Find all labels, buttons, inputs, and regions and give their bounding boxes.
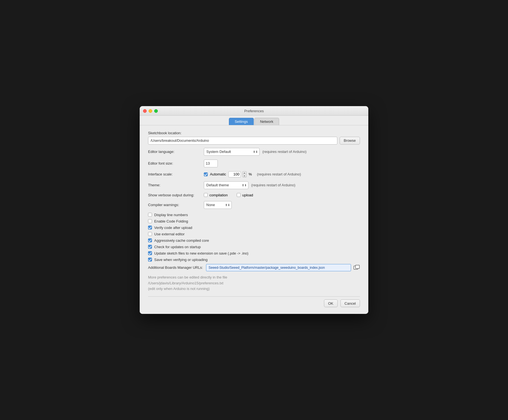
settings-content: Sketchbook location: Browse Editor langu… (140, 125, 368, 314)
maximize-button[interactable] (154, 109, 158, 113)
tab-settings[interactable]: Settings (229, 118, 254, 125)
checkbox-item-check-updates: Check for updates on startup (148, 245, 360, 249)
check-updates-checkbox[interactable] (148, 245, 152, 249)
window-buttons (143, 109, 158, 113)
close-button[interactable] (143, 109, 147, 113)
compiler-warnings-row: Compiler warnings: None ⬆⬇ (148, 201, 360, 209)
auto-scale-checkbox[interactable] (204, 172, 208, 176)
theme-row: Theme: Default theme ⬆⬇ (requires restar… (148, 181, 360, 189)
hints-section: More preferences can be edited directly … (148, 275, 360, 292)
checkbox-item-verify-code: Verify code after upload (148, 226, 360, 230)
interface-scale-label: Interface scale: (148, 172, 204, 176)
editor-language-select-wrapper: System Default ⬆⬇ (204, 148, 260, 156)
tabs-bar: Settings Network (140, 116, 368, 125)
hint-line2: /Users/jdavis/Library/Arduino15/preferen… (148, 280, 360, 286)
hint-line1: More preferences can be edited directly … (148, 275, 360, 280)
theme-hint: (requires restart of Arduino) (251, 183, 295, 187)
external-editor-label: Use external editor (154, 232, 185, 236)
verbose-compilation-wrapper: compilation (204, 193, 228, 197)
scale-stepper[interactable]: ▲ ▼ (243, 171, 246, 177)
sketchbook-input-row: Browse (148, 137, 360, 145)
checkbox-item-aggressively-cache: Aggressively cache compiled core (148, 238, 360, 243)
scale-up-button[interactable]: ▲ (243, 172, 246, 175)
editor-language-hint: (requires restart of Arduino) (262, 150, 306, 154)
compiler-warnings-select-wrapper: None ⬆⬇ (204, 201, 232, 209)
verbose-checkboxes: compilation upload (204, 193, 253, 197)
hint-line3: (edit only when Arduino is not running) (148, 286, 360, 292)
enable-code-folding-label: Enable Code Folding (154, 219, 188, 223)
update-sketch-files-label: Update sketch files to new extension on … (154, 251, 248, 255)
external-editor-checkbox[interactable] (148, 232, 152, 236)
verbose-output-row: Show verbose output during: compilation … (148, 193, 360, 197)
editor-font-size-row: Editor font size: (148, 160, 360, 167)
ok-button[interactable]: OK (324, 299, 338, 307)
editor-language-row: Editor language: System Default ⬆⬇ (requ… (148, 148, 360, 156)
verify-code-checkbox[interactable] (148, 226, 152, 229)
verbose-upload-wrapper: upload (237, 193, 253, 197)
window-title: Preferences (244, 109, 264, 113)
additional-boards-row: Additional Boards Manager URLs: (148, 264, 360, 271)
scale-controls: Automatic ▲ ▼ % (requires restart of Ard… (204, 171, 301, 177)
verify-code-label: Verify code after upload (154, 226, 192, 230)
aggressively-cache-label: Aggressively cache compiled core (154, 238, 209, 243)
theme-select[interactable]: Default theme (204, 181, 248, 189)
enable-code-folding-checkbox[interactable] (148, 219, 152, 223)
aggressively-cache-checkbox[interactable] (148, 238, 152, 242)
check-updates-label: Check for updates on startup (154, 245, 201, 249)
interface-scale-row: Interface scale: Automatic ▲ ▼ % (requir… (148, 171, 360, 177)
sketchbook-section: Sketchbook location: Browse (148, 131, 360, 145)
checkbox-item-save-verifying: Save when verifying or uploading (148, 258, 360, 262)
theme-label: Theme: (148, 183, 204, 187)
multi-window-icon[interactable] (353, 264, 360, 271)
auto-scale-label: Automatic (210, 172, 226, 176)
svg-rect-1 (355, 265, 359, 268)
checkbox-item-external-editor: Use external editor (148, 232, 360, 236)
display-line-numbers-label: Display line numbers (154, 213, 188, 217)
checkbox-item-display-line-numbers: Display line numbers (148, 213, 360, 217)
verbose-upload-label: upload (242, 193, 253, 197)
preferences-window: Preferences Settings Network Sketchbook … (140, 106, 368, 314)
checkbox-item-enable-code-folding: Enable Code Folding (148, 219, 360, 223)
verbose-compilation-checkbox[interactable] (204, 193, 208, 197)
save-verifying-label: Save when verifying or uploading (154, 258, 208, 262)
titlebar: Preferences (140, 106, 368, 116)
checkboxes-list: Display line numbers Enable Code Folding… (148, 213, 360, 262)
scale-value-input[interactable] (228, 171, 241, 177)
editor-language-select[interactable]: System Default (204, 148, 260, 156)
browse-button[interactable]: Browse (340, 137, 360, 145)
tab-network[interactable]: Network (254, 118, 279, 125)
verbose-output-label: Show verbose output during: (148, 193, 204, 197)
scale-down-button[interactable]: ▼ (243, 174, 246, 177)
additional-boards-label: Additional Boards Manager URLs: (148, 265, 204, 270)
interface-scale-hint: (requires restart of Arduino) (257, 172, 301, 176)
bottom-bar: OK Cancel (148, 296, 360, 308)
editor-font-size-input[interactable] (204, 160, 218, 167)
checkbox-item-update-sketch-files: Update sketch files to new extension on … (148, 251, 360, 255)
sketchbook-path-input[interactable] (148, 137, 337, 145)
percent-sign: % (249, 172, 252, 176)
update-sketch-files-checkbox[interactable] (148, 251, 152, 255)
additional-boards-input[interactable] (206, 264, 351, 271)
compiler-warnings-select[interactable]: None (204, 201, 232, 209)
verbose-upload-checkbox[interactable] (237, 193, 241, 197)
save-verifying-checkbox[interactable] (148, 258, 152, 262)
cancel-button[interactable]: Cancel (340, 299, 360, 307)
editor-font-size-label: Editor font size: (148, 161, 204, 165)
compiler-warnings-label: Compiler warnings: (148, 203, 204, 207)
verbose-compilation-label: compilation (209, 193, 228, 197)
display-line-numbers-checkbox[interactable] (148, 213, 152, 217)
minimize-button[interactable] (149, 109, 152, 113)
theme-select-wrapper: Default theme ⬆⬇ (204, 181, 248, 189)
sketchbook-location-label: Sketchbook location: (148, 131, 360, 135)
editor-language-label: Editor language: (148, 150, 204, 154)
